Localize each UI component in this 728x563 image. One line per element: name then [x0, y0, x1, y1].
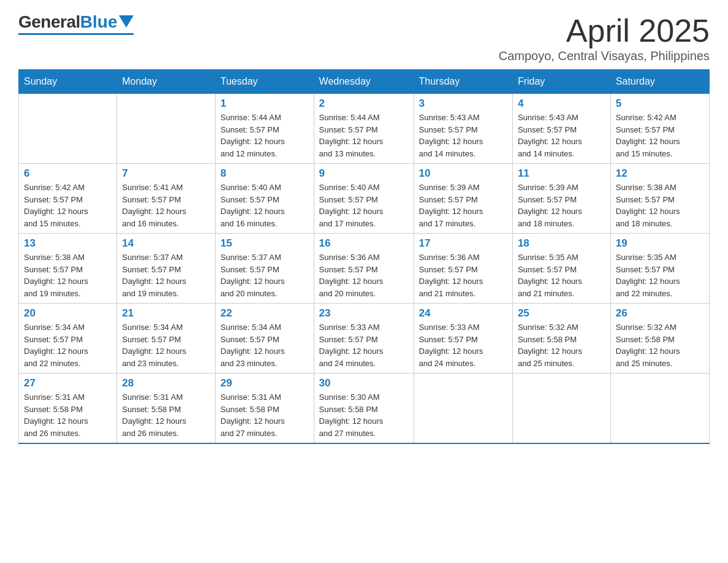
day-number: 1 — [221, 98, 309, 110]
day-cell: 9Sunrise: 5:40 AM Sunset: 5:57 PM Daylig… — [314, 164, 414, 234]
day-info: Sunrise: 5:40 AM Sunset: 5:57 PM Dayligh… — [221, 182, 309, 229]
month-title: April 2025 — [499, 12, 710, 49]
day-info: Sunrise: 5:38 AM Sunset: 5:57 PM Dayligh… — [616, 182, 704, 229]
day-cell: 7Sunrise: 5:41 AM Sunset: 5:57 PM Daylig… — [117, 164, 216, 234]
day-cell: 19Sunrise: 5:35 AM Sunset: 5:57 PM Dayli… — [610, 234, 709, 304]
day-info: Sunrise: 5:31 AM Sunset: 5:58 PM Dayligh… — [24, 391, 112, 439]
day-number: 27 — [24, 377, 112, 389]
day-cell: 21Sunrise: 5:34 AM Sunset: 5:57 PM Dayli… — [117, 304, 216, 373]
day-number: 10 — [419, 167, 507, 180]
day-info: Sunrise: 5:42 AM Sunset: 5:57 PM Dayligh… — [24, 182, 112, 229]
day-info: Sunrise: 5:44 AM Sunset: 5:57 PM Dayligh… — [319, 112, 409, 159]
header-cell-thursday: Thursday — [414, 70, 512, 94]
day-cell: 16Sunrise: 5:36 AM Sunset: 5:57 PM Dayli… — [314, 234, 414, 304]
day-number: 2 — [319, 98, 409, 110]
header-cell-monday: Monday — [117, 70, 216, 94]
day-cell: 8Sunrise: 5:40 AM Sunset: 5:57 PM Daylig… — [215, 164, 314, 234]
day-info: Sunrise: 5:36 AM Sunset: 5:57 PM Dayligh… — [419, 251, 507, 299]
day-number: 22 — [221, 307, 309, 320]
header-cell-sunday: Sunday — [19, 70, 117, 94]
day-cell: 4Sunrise: 5:43 AM Sunset: 5:57 PM Daylig… — [512, 94, 610, 164]
day-info: Sunrise: 5:33 AM Sunset: 5:57 PM Dayligh… — [419, 321, 507, 369]
day-info: Sunrise: 5:36 AM Sunset: 5:57 PM Dayligh… — [319, 251, 409, 299]
day-cell: 5Sunrise: 5:42 AM Sunset: 5:57 PM Daylig… — [610, 94, 709, 164]
day-number: 16 — [319, 237, 409, 250]
header-cell-tuesday: Tuesday — [215, 70, 314, 94]
day-number: 24 — [419, 307, 507, 320]
page-header: General Blue April 2025 Campoyo, Central… — [18, 12, 710, 63]
logo-triangle-icon — [119, 15, 134, 28]
day-info: Sunrise: 5:39 AM Sunset: 5:57 PM Dayligh… — [419, 182, 507, 229]
week-row-5: 27Sunrise: 5:31 AM Sunset: 5:58 PM Dayli… — [19, 373, 710, 444]
day-cell — [19, 94, 117, 164]
day-number: 12 — [616, 167, 704, 180]
day-info: Sunrise: 5:33 AM Sunset: 5:57 PM Dayligh… — [319, 321, 409, 369]
day-number: 5 — [616, 98, 704, 110]
day-number: 8 — [221, 167, 309, 180]
day-info: Sunrise: 5:34 AM Sunset: 5:57 PM Dayligh… — [221, 321, 309, 369]
day-cell — [610, 373, 709, 444]
day-info: Sunrise: 5:43 AM Sunset: 5:57 PM Dayligh… — [419, 112, 507, 159]
day-number: 7 — [122, 167, 210, 180]
day-number: 19 — [616, 237, 704, 250]
day-info: Sunrise: 5:35 AM Sunset: 5:57 PM Dayligh… — [518, 251, 605, 299]
day-info: Sunrise: 5:37 AM Sunset: 5:57 PM Dayligh… — [221, 251, 309, 299]
day-cell: 28Sunrise: 5:31 AM Sunset: 5:58 PM Dayli… — [117, 373, 216, 444]
day-info: Sunrise: 5:40 AM Sunset: 5:57 PM Dayligh… — [319, 182, 409, 229]
day-number: 26 — [616, 307, 704, 320]
day-cell: 18Sunrise: 5:35 AM Sunset: 5:57 PM Dayli… — [512, 234, 610, 304]
header-cell-friday: Friday — [512, 70, 610, 94]
day-cell: 10Sunrise: 5:39 AM Sunset: 5:57 PM Dayli… — [414, 164, 512, 234]
day-cell: 2Sunrise: 5:44 AM Sunset: 5:57 PM Daylig… — [314, 94, 414, 164]
logo: General Blue — [18, 12, 134, 35]
day-info: Sunrise: 5:32 AM Sunset: 5:58 PM Dayligh… — [616, 321, 704, 369]
logo-underline — [18, 33, 134, 35]
day-cell: 23Sunrise: 5:33 AM Sunset: 5:57 PM Dayli… — [314, 304, 414, 373]
day-info: Sunrise: 5:41 AM Sunset: 5:57 PM Dayligh… — [122, 182, 210, 229]
day-info: Sunrise: 5:35 AM Sunset: 5:57 PM Dayligh… — [616, 251, 704, 299]
location-title: Campoyo, Central Visayas, Philippines — [499, 49, 710, 63]
day-cell: 30Sunrise: 5:30 AM Sunset: 5:58 PM Dayli… — [314, 373, 414, 444]
day-number: 23 — [319, 307, 409, 320]
day-info: Sunrise: 5:39 AM Sunset: 5:57 PM Dayligh… — [518, 182, 605, 229]
day-number: 14 — [122, 237, 210, 250]
day-info: Sunrise: 5:30 AM Sunset: 5:58 PM Dayligh… — [319, 391, 409, 439]
day-info: Sunrise: 5:43 AM Sunset: 5:57 PM Dayligh… — [518, 112, 605, 159]
day-number: 15 — [221, 237, 309, 250]
day-info: Sunrise: 5:37 AM Sunset: 5:57 PM Dayligh… — [122, 251, 210, 299]
calendar-body: 1Sunrise: 5:44 AM Sunset: 5:57 PM Daylig… — [19, 94, 710, 444]
day-cell — [117, 94, 216, 164]
logo-blue-part: Blue — [80, 12, 134, 32]
day-number: 30 — [319, 377, 409, 389]
week-row-4: 20Sunrise: 5:34 AM Sunset: 5:57 PM Dayli… — [19, 304, 710, 373]
day-info: Sunrise: 5:44 AM Sunset: 5:57 PM Dayligh… — [221, 112, 309, 159]
day-cell: 11Sunrise: 5:39 AM Sunset: 5:57 PM Dayli… — [512, 164, 610, 234]
week-row-2: 6Sunrise: 5:42 AM Sunset: 5:57 PM Daylig… — [19, 164, 710, 234]
header-cell-wednesday: Wednesday — [314, 70, 414, 94]
calendar-header: SundayMondayTuesdayWednesdayThursdayFrid… — [19, 70, 710, 94]
day-cell: 26Sunrise: 5:32 AM Sunset: 5:58 PM Dayli… — [610, 304, 709, 373]
day-number: 9 — [319, 167, 409, 180]
day-number: 3 — [419, 98, 507, 110]
day-number: 29 — [221, 377, 309, 389]
day-cell — [414, 373, 512, 444]
day-info: Sunrise: 5:31 AM Sunset: 5:58 PM Dayligh… — [122, 391, 210, 439]
day-cell: 17Sunrise: 5:36 AM Sunset: 5:57 PM Dayli… — [414, 234, 512, 304]
day-number: 28 — [122, 377, 210, 389]
day-number: 11 — [518, 167, 605, 180]
day-number: 4 — [518, 98, 605, 110]
day-number: 18 — [518, 237, 605, 250]
day-cell: 14Sunrise: 5:37 AM Sunset: 5:57 PM Dayli… — [117, 234, 216, 304]
day-cell: 29Sunrise: 5:31 AM Sunset: 5:58 PM Dayli… — [215, 373, 314, 444]
week-row-1: 1Sunrise: 5:44 AM Sunset: 5:57 PM Daylig… — [19, 94, 710, 164]
day-cell: 1Sunrise: 5:44 AM Sunset: 5:57 PM Daylig… — [215, 94, 314, 164]
day-info: Sunrise: 5:38 AM Sunset: 5:57 PM Dayligh… — [24, 251, 112, 299]
day-cell: 22Sunrise: 5:34 AM Sunset: 5:57 PM Dayli… — [215, 304, 314, 373]
day-info: Sunrise: 5:42 AM Sunset: 5:57 PM Dayligh… — [616, 112, 704, 159]
header-cell-saturday: Saturday — [610, 70, 709, 94]
day-cell: 24Sunrise: 5:33 AM Sunset: 5:57 PM Dayli… — [414, 304, 512, 373]
day-number: 17 — [419, 237, 507, 250]
day-cell: 3Sunrise: 5:43 AM Sunset: 5:57 PM Daylig… — [414, 94, 512, 164]
day-cell: 13Sunrise: 5:38 AM Sunset: 5:57 PM Dayli… — [19, 234, 117, 304]
logo-blue: Blue — [80, 12, 118, 32]
